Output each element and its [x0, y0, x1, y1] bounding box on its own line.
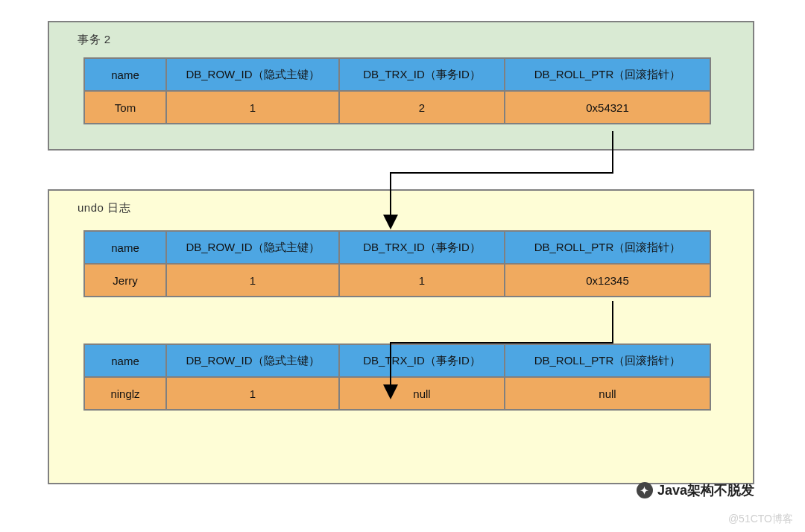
cell-trxid: 1 [339, 264, 505, 297]
col-rollptr: DB_ROLL_PTR（回滚指针） [505, 344, 710, 377]
col-trxid: DB_TRX_ID（事务ID） [339, 344, 505, 377]
table-header-row: name DB_ROW_ID（隐式主键） DB_TRX_ID（事务ID） DB_… [84, 344, 710, 377]
table-header-row: name DB_ROW_ID（隐式主键） DB_TRX_ID（事务ID） DB_… [84, 58, 710, 91]
watermark-channel: ✦ Java架构不脱发 [637, 481, 754, 499]
cell-name: ninglz [84, 377, 166, 410]
table-row: Tom 1 2 0x54321 [84, 91, 710, 124]
cell-rollptr: 0x12345 [505, 264, 710, 297]
wechat-icon: ✦ [637, 482, 653, 498]
panel-transaction: 事务 2 name DB_ROW_ID（隐式主键） DB_TRX_ID（事务ID… [48, 21, 754, 151]
table-row: ninglz 1 null null [84, 377, 710, 410]
cell-rollptr: null [505, 377, 710, 410]
col-name: name [84, 58, 166, 91]
table-undo-1: name DB_ROW_ID（隐式主键） DB_TRX_ID（事务ID） DB_… [83, 230, 711, 297]
cell-rollptr: 0x54321 [505, 91, 710, 124]
col-rowid: DB_ROW_ID（隐式主键） [166, 58, 339, 91]
cell-trxid: null [339, 377, 505, 410]
cell-name: Jerry [84, 264, 166, 297]
col-name: name [84, 344, 166, 377]
cell-name: Tom [84, 91, 166, 124]
col-rollptr: DB_ROLL_PTR（回滚指针） [505, 58, 710, 91]
diagram-canvas: 事务 2 name DB_ROW_ID（隐式主键） DB_TRX_ID（事务ID… [0, 0, 805, 532]
cell-rowid: 1 [166, 91, 339, 124]
col-name: name [84, 231, 166, 264]
cell-rowid: 1 [166, 264, 339, 297]
cell-rowid: 1 [166, 377, 339, 410]
watermark-channel-text: Java架构不脱发 [657, 481, 754, 499]
table-undo-2: name DB_ROW_ID（隐式主键） DB_TRX_ID（事务ID） DB_… [83, 343, 711, 411]
col-trxid: DB_TRX_ID（事务ID） [339, 231, 505, 264]
table-header-row: name DB_ROW_ID（隐式主键） DB_TRX_ID（事务ID） DB_… [84, 231, 710, 264]
watermark-blog: @51CTO博客 [728, 513, 793, 526]
table-row: Jerry 1 1 0x12345 [84, 264, 710, 297]
table-transaction: name DB_ROW_ID（隐式主键） DB_TRX_ID（事务ID） DB_… [83, 57, 711, 124]
col-rollptr: DB_ROLL_PTR（回滚指针） [505, 231, 710, 264]
panel-transaction-title: 事务 2 [78, 33, 739, 47]
panel-undo-title: undo 日志 [78, 201, 739, 215]
panel-undo: undo 日志 name DB_ROW_ID（隐式主键） DB_TRX_ID（事… [48, 189, 754, 484]
col-rowid: DB_ROW_ID（隐式主键） [166, 344, 339, 377]
table-gap [63, 297, 739, 343]
col-rowid: DB_ROW_ID（隐式主键） [166, 231, 339, 264]
cell-trxid: 2 [339, 91, 505, 124]
col-trxid: DB_TRX_ID（事务ID） [339, 58, 505, 91]
